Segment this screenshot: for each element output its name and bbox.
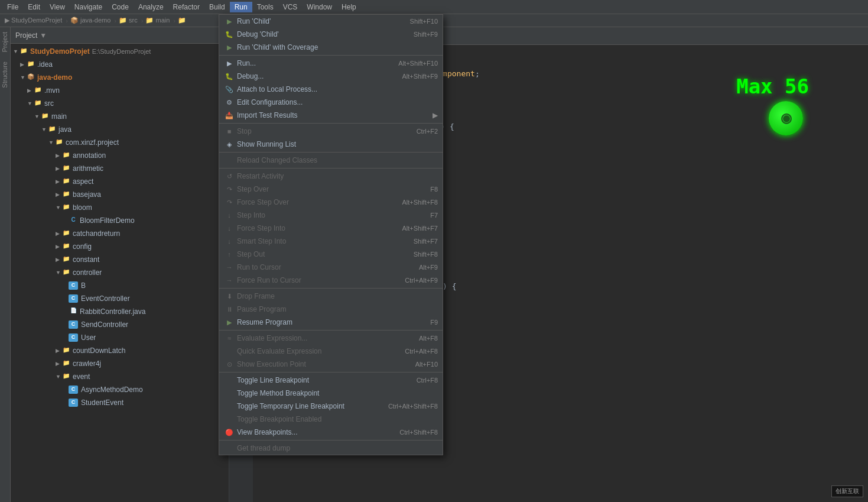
tree-item-event[interactable]: ▼ 📁 event [11, 370, 229, 383]
tree-item-bloom[interactable]: ▼ 📁 bloom [11, 201, 229, 214]
menu-view[interactable]: View [45, 2, 70, 12]
run-coverage-label: Run 'Child' with Coverage [237, 43, 433, 51]
menuitem-quick-evaluate: Quick Evaluate Expression Ctrl+Alt+F8 [219, 345, 443, 358]
menu-vcs[interactable]: VCS [278, 2, 303, 12]
run-coverage-icon: ▶ [224, 44, 235, 51]
menu-edit[interactable]: Edit [23, 2, 45, 12]
tree-label-arithmetic: arithmetic [73, 164, 103, 173]
tree-item-java[interactable]: ▼ 📁 java [11, 123, 229, 136]
tree-root-path: E:\StudyDemoProjet [92, 48, 151, 55]
show-running-icon: ◈ [224, 141, 235, 148]
menu-refactor[interactable]: Refactor [168, 2, 204, 12]
tree-item-java-demo[interactable]: ▼ 📦 java-demo [11, 71, 229, 84]
tree-item-sendcontroller[interactable]: C SendController [11, 318, 229, 331]
project-dropdown-icon[interactable]: ▼ [40, 31, 47, 40]
tree-item-package-root[interactable]: ▼ 📁 com.xinzf.project [11, 136, 229, 149]
menu-tools[interactable]: Tools [252, 2, 278, 12]
tree-item-catchandreturn[interactable]: ▶ 📁 catchandreturn [11, 227, 229, 240]
tree-item-eventcontroller[interactable]: C EventController [11, 292, 229, 305]
tree-item-arithmetic[interactable]: ▶ 📁 arithmetic [11, 162, 229, 175]
smart-step-icon: ↓ [224, 238, 235, 245]
menuitem-show-running[interactable]: ◈ Show Running List [219, 138, 443, 151]
tree-item-mvn[interactable]: ▶ 📁 .mvn [11, 84, 229, 97]
tree-arrow-arithmetic: ▶ [56, 166, 61, 171]
tree-item-asyncmethoddemo[interactable]: C AsyncMethodDemo [11, 383, 229, 396]
menu-build[interactable]: Build [204, 2, 230, 12]
sep7 [219, 372, 443, 373]
menu-code[interactable]: Code [107, 2, 134, 12]
menuitem-toggle-line-bp[interactable]: Toggle Line Breakpoint Ctrl+F8 [219, 374, 443, 387]
menuitem-reload: Reload Changed Classes [219, 154, 443, 167]
user-icon: C [69, 333, 78, 342]
show-exec-icon: ⊙ [224, 361, 235, 368]
tree-item-src[interactable]: ▼ 📁 src [11, 97, 229, 110]
force-step-over-label: Force Step Over [237, 198, 397, 206]
step-out-icon: ↑ [224, 251, 235, 258]
tree-item-rabbitcontroller[interactable]: 📄 RabbitController.java [11, 305, 229, 318]
tree-label-basejava: basejava [73, 190, 101, 199]
tree-item-crawler[interactable]: ▶ 📁 crawler4j [11, 357, 229, 370]
toggle-temp-bp-label: Toggle Temporary Line Breakpoint [237, 402, 383, 410]
menuitem-run[interactable]: ▶ Run... Alt+Shift+F10 [219, 57, 443, 70]
menuitem-debug[interactable]: 🐛 Debug... Alt+Shift+F9 [219, 70, 443, 83]
tree-item-config[interactable]: ▶ 📁 config [11, 240, 229, 253]
menuitem-stop: ■ Stop Ctrl+F2 [219, 125, 443, 138]
tree-item-user[interactable]: C User [11, 331, 229, 344]
force-step-into-shortcut: Alt+Shift+F7 [402, 225, 438, 232]
menu-help[interactable]: Help [337, 2, 361, 12]
menu-run[interactable]: Run [230, 2, 252, 12]
attach-icon: 📎 [224, 86, 235, 93]
breadcrumb-main: 📁 main [145, 17, 170, 24]
stop-label: Stop [237, 127, 412, 135]
sep1 [219, 55, 443, 56]
quick-evaluate-label: Quick Evaluate Expression [237, 347, 400, 355]
quick-evaluate-shortcut: Ctrl+Alt+F8 [405, 348, 438, 355]
menuitem-edit-configs[interactable]: ⚙ Edit Configurations... [219, 96, 443, 109]
menu-navigate[interactable]: Navigate [70, 2, 107, 12]
debug-child-label: Debug 'Child' [237, 30, 409, 38]
tree-item-constant[interactable]: ▶ 📁 constant [11, 253, 229, 266]
menuitem-run-coverage[interactable]: ▶ Run 'Child' with Coverage [219, 41, 443, 54]
idea-icon: 📁 [26, 60, 35, 69]
annotation-icon: 📁 [61, 151, 71, 160]
tree-item-root[interactable]: ▼ 📁 StudyDemoProjet E:\StudyDemoProjet [11, 45, 229, 58]
menu-window[interactable]: Window [302, 2, 337, 12]
menuitem-debug-child[interactable]: 🐛 Debug 'Child' Shift+F9 [219, 28, 443, 41]
menu-analyze[interactable]: Analyze [134, 2, 168, 12]
tree-item-bloomfilterdemo[interactable]: C BloomFilterDemo [11, 214, 229, 227]
menu-file[interactable]: File [2, 2, 23, 12]
tree-item-main[interactable]: ▼ 📁 main [11, 110, 229, 123]
tree-label-annotation: annotation [73, 151, 106, 160]
debug-label: Debug... [237, 72, 397, 80]
breadcrumb-module: 📦 java-demo [70, 17, 110, 24]
view-bp-label: View Breakpoints... [237, 428, 395, 436]
tree-item-aspect[interactable]: ▶ 📁 aspect [11, 175, 229, 188]
menuitem-toggle-method-bp[interactable]: Toggle Method Breakpoint [219, 387, 443, 400]
toggle-temp-bp-shortcut: Ctrl+Alt+Shift+F8 [388, 403, 438, 410]
constant-icon: 📁 [61, 255, 71, 264]
smart-step-label: Smart Step Into [237, 237, 409, 245]
menuitem-import-test[interactable]: 📥 Import Test Results ▶ [219, 109, 443, 122]
mvn-icon: 📁 [33, 86, 43, 95]
tree-item-controller[interactable]: ▼ 📁 controller [11, 266, 229, 279]
tree-item-annotation[interactable]: ▶ 📁 annotation [11, 149, 229, 162]
stop-shortcut: Ctrl+F2 [417, 128, 438, 135]
crawler-icon: 📁 [61, 360, 71, 368]
menuitem-toggle-temp-bp[interactable]: Toggle Temporary Line Breakpoint Ctrl+Al… [219, 400, 443, 413]
edit-configs-label: Edit Configurations... [237, 98, 433, 106]
run-icon: ▶ [224, 60, 235, 67]
tree-item-basejava[interactable]: ▶ 📁 basejava [11, 188, 229, 201]
tab-project[interactable]: Project [0, 27, 10, 57]
tree-item-idea[interactable]: ▶ 📁 .idea [11, 58, 229, 71]
tree-item-b[interactable]: C B [11, 279, 229, 292]
evaluate-icon: ≈ [224, 335, 235, 342]
step-into-shortcut: F7 [430, 212, 438, 219]
tab-structure[interactable]: Structure [0, 57, 10, 93]
menuitem-run-child[interactable]: ▶ Run 'Child' Shift+F10 [219, 15, 443, 28]
toggle-line-bp-shortcut: Ctrl+F8 [417, 377, 438, 384]
tree-item-studentevent[interactable]: C StudentEvent [11, 396, 229, 409]
menuitem-view-bp[interactable]: 🔴 View Breakpoints... Ctrl+Shift+F8 [219, 426, 443, 439]
menuitem-attach[interactable]: 📎 Attach to Local Process... [219, 83, 443, 96]
menuitem-resume[interactable]: ▶ Resume Program F9 [219, 316, 443, 329]
tree-item-countdown[interactable]: ▶ 📁 countDownLatch [11, 344, 229, 357]
